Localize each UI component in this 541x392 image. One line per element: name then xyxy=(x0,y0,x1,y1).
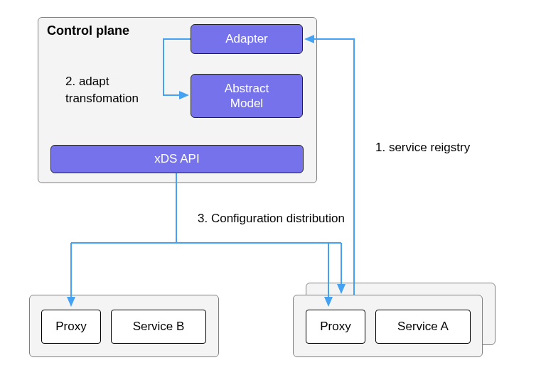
xds-api-box: xDS API xyxy=(50,145,304,173)
xds-label: xDS API xyxy=(154,152,199,166)
adapt-transformation-note: 2. adapt transfomation xyxy=(65,73,139,107)
adapter-label: Adapter xyxy=(225,32,268,46)
abstract-line-2: Model xyxy=(225,96,269,111)
note-line-1: 2. adapt xyxy=(65,73,139,90)
service-registry-label: 1. service reigstry xyxy=(375,141,470,155)
abstract-model-box: Abstract Model xyxy=(191,74,303,118)
proxy-a-box: Proxy xyxy=(306,310,365,344)
service-b-label: Service B xyxy=(133,320,185,334)
adapter-box: Adapter xyxy=(191,24,303,54)
note-line-2: transfomation xyxy=(65,90,139,107)
config-distribution-label: 3. Configuration distribution xyxy=(198,212,345,226)
service-a-box: Service A xyxy=(375,310,471,344)
control-plane-title: Control plane xyxy=(47,23,129,38)
service-b-box: Service B xyxy=(111,310,206,344)
abstract-line-1: Abstract xyxy=(225,81,269,96)
service-a-label: Service A xyxy=(397,320,449,334)
proxy-b-box: Proxy xyxy=(41,310,101,344)
proxy-b-label: Proxy xyxy=(55,320,86,334)
proxy-a-label: Proxy xyxy=(320,320,350,334)
